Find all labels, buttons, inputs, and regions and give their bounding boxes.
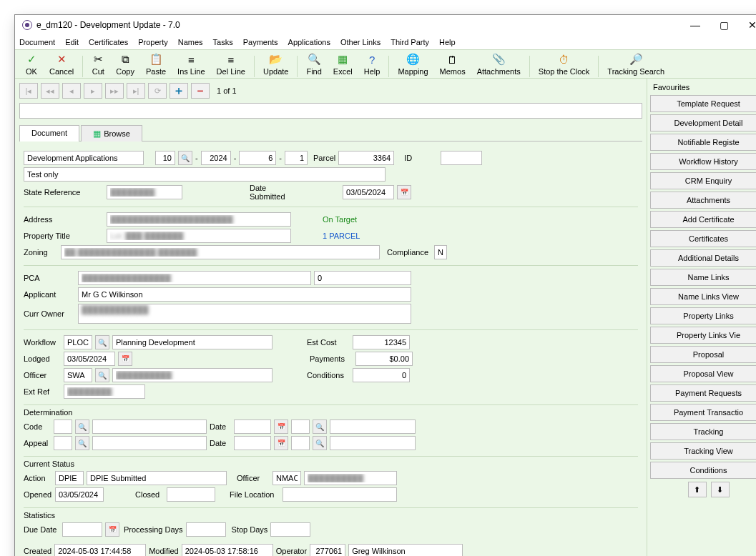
toolbar-stop-the-clock-button[interactable]: ⏱Stop the Clock [533, 51, 596, 77]
nav-last-button[interactable]: ▸| [127, 83, 145, 99]
processing-days-field[interactable] [186, 522, 226, 537]
nav-prevpage-button[interactable]: ◂◂ [41, 83, 59, 99]
menu-document[interactable]: Document [19, 38, 55, 46]
property-title-field[interactable] [107, 229, 291, 243]
det-extra2-desc-field[interactable] [330, 436, 416, 450]
det-code-field[interactable] [54, 420, 72, 434]
est-cost-field[interactable] [353, 335, 410, 349]
date-submitted-picker[interactable]: 📅 [397, 185, 411, 199]
favourite-tracking-view[interactable]: Tracking View [650, 442, 756, 460]
compliance-field[interactable] [434, 245, 447, 259]
favourite-name-links-view[interactable]: Name Links View [650, 288, 756, 305]
favourite-template-request[interactable]: Template Request [650, 95, 756, 112]
app-seg3-field[interactable] [239, 151, 276, 165]
application-type-field[interactable] [24, 151, 144, 165]
status-closed-field[interactable] [167, 487, 215, 502]
toolbar-attachments-button[interactable]: 📎Attachments [471, 51, 526, 77]
det-code-lookup[interactable]: 🔍 [75, 420, 89, 434]
stop-days-field[interactable] [270, 522, 310, 537]
ext-ref-field[interactable] [64, 384, 145, 399]
favourite-payment-transactio[interactable]: Payment Transactio [650, 404, 756, 421]
nav-next-button[interactable]: ▸ [84, 83, 102, 99]
menu-certificates[interactable]: Certificates [89, 38, 128, 46]
nav-add-button[interactable]: ＋ [170, 83, 188, 99]
menu-payments[interactable]: Payments [243, 38, 278, 46]
due-date-picker[interactable]: 📅 [105, 522, 119, 537]
toolbar-mapping-button[interactable]: 🌐Mapping [392, 51, 433, 77]
maximize-button[interactable]: ▢ [710, 16, 738, 34]
favourite-certificates[interactable]: Certificates [650, 230, 756, 247]
favourite-tracking[interactable]: Tracking [650, 423, 756, 440]
det-extra1-desc-field[interactable] [330, 420, 416, 434]
favourite-notifiable-registe[interactable]: Notifiable Registe [650, 134, 756, 151]
officer-lookup[interactable]: 🔍 [95, 368, 109, 382]
nav-remove-button[interactable]: － [191, 83, 210, 99]
officer-code-field[interactable] [64, 368, 92, 382]
menu-names[interactable]: Names [178, 38, 203, 46]
nav-first-button[interactable]: |◂ [19, 83, 38, 99]
favourite-property-links[interactable]: Property Links [650, 307, 756, 324]
favourite-name-links[interactable]: Name Links [650, 269, 756, 286]
officer-name-field[interactable] [112, 368, 273, 382]
applicant-field[interactable] [78, 287, 411, 302]
fav-down-button[interactable]: ⬇ [711, 482, 730, 497]
det-appeal-lookup[interactable]: 🔍 [75, 436, 89, 450]
address-field[interactable] [107, 212, 291, 227]
det-appeal-field[interactable] [54, 436, 72, 450]
det-extra1-field[interactable] [291, 420, 310, 434]
favourite-proposal[interactable]: Proposal [650, 346, 756, 363]
state-reference-field[interactable] [107, 185, 182, 199]
toolbar-excel-button[interactable]: ▦Excel [328, 51, 358, 77]
menu-edit[interactable]: Edit [65, 38, 79, 46]
status-officer-name-field[interactable] [304, 471, 397, 485]
menu-applications[interactable]: Applications [288, 38, 330, 46]
tab-browse[interactable]: ▦Browse [81, 125, 142, 142]
det-appeal-date-picker[interactable]: 📅 [274, 436, 288, 450]
app-seg2-field[interactable] [201, 151, 231, 165]
status-fileloc-field[interactable] [283, 487, 397, 502]
menu-other-links[interactable]: Other Links [340, 38, 381, 46]
toolbar-ok-button[interactable]: ✓OK [19, 51, 44, 77]
nav-nextpage-button[interactable]: ▸▸ [105, 83, 124, 99]
status-action-code-field[interactable] [55, 471, 84, 485]
status-opened-field[interactable] [55, 487, 104, 502]
favourite-attachments[interactable]: Attachments [650, 192, 756, 209]
tab-document[interactable]: Document [19, 125, 79, 142]
menu-property[interactable]: Property [138, 38, 168, 46]
toolbar-cancel-button[interactable]: ✕Cancel [44, 51, 79, 77]
description-field[interactable] [24, 167, 386, 182]
toolbar-del-line-button[interactable]: ≡Del Line [211, 51, 251, 77]
payments-field[interactable] [355, 352, 413, 366]
favourite-add-certificate[interactable]: Add Certificate [650, 211, 756, 228]
toolbar-cut-button[interactable]: ✂Cut [86, 51, 110, 77]
nav-prev-button[interactable]: ◂ [62, 83, 81, 99]
date-submitted-field[interactable] [343, 185, 394, 199]
favourite-workflow-history[interactable]: Workflow History [650, 153, 756, 170]
toolbar-memos-button[interactable]: 🗒Memos [434, 51, 471, 77]
fav-up-button[interactable]: ⬆ [688, 482, 707, 497]
nav-refresh-button[interactable]: ⟳ [148, 83, 167, 99]
toolbar-tracking-search-button[interactable]: 🔎Tracking Search [602, 51, 670, 77]
favourite-conditions[interactable]: Conditions [650, 462, 756, 479]
workflow-code-field[interactable] [64, 335, 92, 349]
det-date-picker[interactable]: 📅 [274, 420, 288, 434]
close-button[interactable]: ✕ [738, 16, 756, 34]
id-field[interactable] [441, 151, 482, 165]
favourite-crm-enquiry[interactable]: CRM Enquiry [650, 172, 756, 189]
favourite-payment-requests[interactable]: Payment Requests [650, 384, 756, 402]
due-date-field[interactable] [62, 522, 102, 537]
menu-third-party[interactable]: Third Party [391, 38, 429, 46]
toolbar-help-button[interactable]: ?Help [358, 51, 386, 77]
det-extra2-field[interactable] [291, 436, 310, 450]
status-officer-code-field[interactable] [273, 471, 301, 485]
lodged-date-picker[interactable]: 📅 [118, 352, 132, 366]
app-seg1-lookup[interactable]: 🔍 [178, 151, 192, 165]
toolbar-find-button[interactable]: 🔍Find [300, 51, 327, 77]
menu-tasks[interactable]: Tasks [213, 38, 233, 46]
pca-num-field[interactable] [314, 271, 411, 285]
app-seg4-field[interactable] [285, 151, 308, 165]
workflow-desc-field[interactable] [112, 335, 273, 349]
favourite-additional-details[interactable]: Additional Details [650, 249, 756, 267]
menu-help[interactable]: Help [439, 38, 456, 46]
conditions-field[interactable] [353, 368, 410, 382]
